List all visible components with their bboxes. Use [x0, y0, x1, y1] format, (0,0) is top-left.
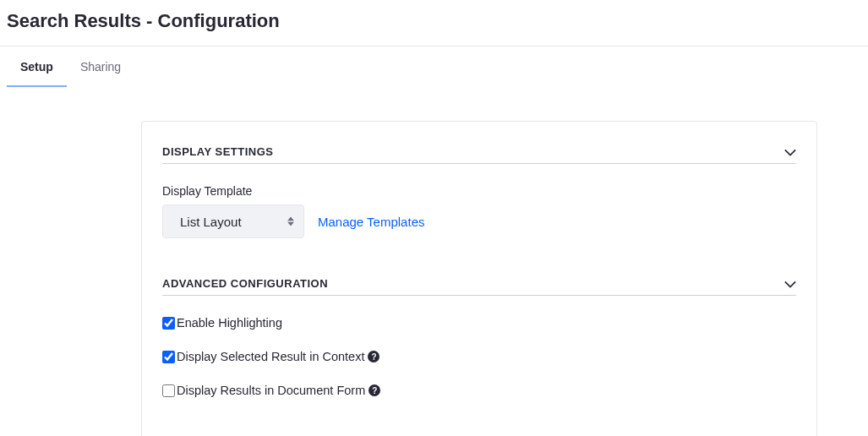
display-settings-title: DISPLAY SETTINGS [162, 145, 274, 158]
help-icon[interactable]: ? [368, 384, 380, 396]
page-title: Search Results - Configuration [0, 0, 868, 46]
enable-highlighting-row: Enable Highlighting [162, 316, 796, 330]
help-icon[interactable]: ? [368, 351, 379, 362]
advanced-config-header: ADVANCED CONFIGURATION [162, 277, 796, 296]
display-results-docform-row: Display Results in Document Form ? [162, 384, 796, 397]
display-settings-header: DISPLAY SETTINGS [162, 145, 796, 164]
display-selected-context-label: Display Selected Result in Context [177, 350, 364, 363]
tab-setup[interactable]: Setup [7, 46, 67, 87]
tab-sharing[interactable]: Sharing [67, 46, 134, 87]
display-results-docform-checkbox[interactable] [162, 384, 175, 397]
display-template-row: List Layout Manage Templates [162, 204, 796, 238]
enable-highlighting-label: Enable Highlighting [177, 316, 282, 330]
display-results-docform-label: Display Results in Document Form [177, 384, 365, 397]
display-selected-context-row: Display Selected Result in Context ? [162, 350, 796, 363]
chevron-down-icon[interactable] [784, 146, 796, 158]
display-template-select[interactable]: List Layout [162, 204, 304, 238]
enable-highlighting-checkbox[interactable] [162, 317, 175, 330]
display-selected-context-checkbox[interactable] [162, 351, 175, 363]
chevron-down-icon[interactable] [784, 278, 796, 290]
config-panel: DISPLAY SETTINGS Display Template List L… [141, 121, 817, 436]
display-template-label: Display Template [162, 184, 796, 198]
display-template-select-wrap: List Layout [162, 204, 304, 238]
tabs-container: Setup Sharing [0, 46, 868, 87]
manage-templates-link[interactable]: Manage Templates [318, 215, 424, 229]
advanced-config-title: ADVANCED CONFIGURATION [162, 277, 328, 290]
